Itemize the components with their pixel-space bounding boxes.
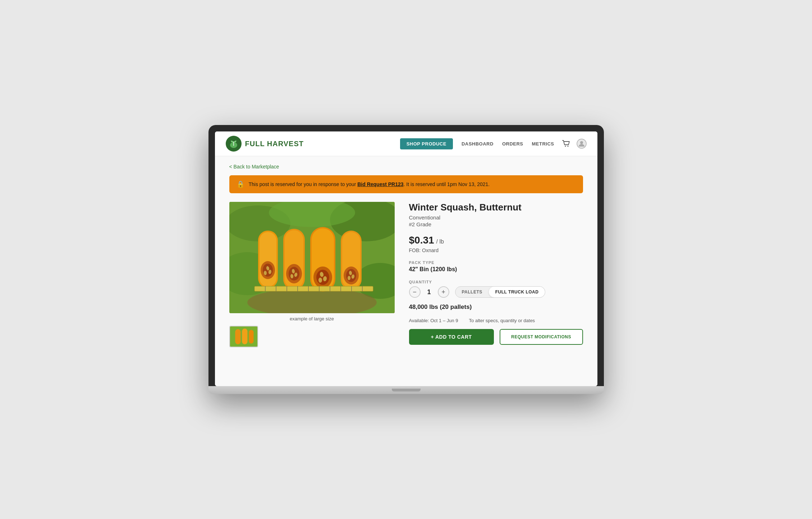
- squash-illustration: [229, 202, 395, 313]
- full-truck-load-option[interactable]: FULL TRUCK LOAD: [489, 287, 545, 297]
- thumbnail-1[interactable]: [229, 326, 258, 347]
- pallets-option[interactable]: PALLETS: [455, 287, 489, 297]
- quantity-display: 48,000 lbs (20 pallets): [409, 303, 583, 311]
- image-caption: example of large size: [229, 316, 395, 321]
- product-info: Winter Squash, Butternut Conventional #2…: [409, 202, 583, 345]
- thumbnail-row: [229, 326, 395, 347]
- add-to-cart-button[interactable]: + ADD TO CART: [409, 329, 494, 345]
- quantity-controls: − 1 + PALLETS FULL TRUCK LOAD: [409, 286, 583, 298]
- modify-hint-text: To alter specs, quantity or dates: [469, 318, 535, 323]
- quantity-label: QUANTITY: [409, 280, 583, 284]
- thumbnail-image-1: [230, 326, 257, 347]
- svg-point-30: [316, 270, 329, 285]
- request-modifications-button[interactable]: REQUEST MODIFICATIONS: [500, 329, 583, 345]
- logo-text: FULL HARVEST: [245, 140, 304, 148]
- svg-rect-41: [254, 286, 373, 291]
- bid-request-link[interactable]: Bid Request PR123: [357, 181, 403, 187]
- cart-button[interactable]: [561, 139, 571, 148]
- price-value: $0.31: [409, 235, 434, 246]
- qty-stepper: − 1 +: [409, 286, 449, 298]
- reserved-banner: 🔒 This post is reserved for you in respo…: [229, 175, 583, 193]
- lock-icon: 🔒: [237, 180, 244, 188]
- svg-rect-54: [235, 329, 240, 344]
- svg-point-2: [565, 146, 566, 147]
- metrics-link[interactable]: METRICS: [532, 141, 554, 147]
- user-button[interactable]: [577, 139, 587, 149]
- fob-location: FOB: Oxnard: [409, 247, 583, 253]
- back-to-marketplace-link[interactable]: < Back to Marketplace: [229, 164, 279, 170]
- laptop-screen: FULL HARVEST SHOP PRODUCE DASHBOARD ORDE…: [215, 131, 597, 386]
- orders-link[interactable]: ORDERS: [502, 141, 523, 147]
- main-product-image: [229, 202, 395, 313]
- svg-rect-56: [249, 330, 253, 344]
- navbar: FULL HARVEST SHOP PRODUCE DASHBOARD ORDE…: [215, 131, 597, 156]
- qty-increase-button[interactable]: +: [438, 286, 449, 298]
- product-images: example of large size: [229, 202, 395, 347]
- svg-point-23: [289, 267, 299, 281]
- svg-rect-55: [242, 329, 247, 344]
- availability-row: Available: Oct 1 – Jun 9 To alter specs,…: [409, 318, 583, 323]
- product-grade: #2 Grade: [409, 221, 583, 227]
- svg-point-40: [348, 276, 350, 280]
- unit-toggle: PALLETS FULL TRUCK LOAD: [455, 286, 546, 298]
- user-icon: [577, 139, 587, 149]
- price-per: / lb: [436, 238, 444, 245]
- cart-icon: [561, 139, 571, 148]
- svg-point-37: [346, 269, 356, 282]
- price-row: $0.31 / lb: [409, 235, 583, 246]
- main-content: < Back to Marketplace 🔒 This post is res…: [215, 156, 597, 386]
- qty-decrease-button[interactable]: −: [409, 286, 421, 298]
- pack-type-label: PACK TYPE: [409, 260, 583, 265]
- laptop-frame: FULL HARVEST SHOP PRODUCE DASHBOARD ORDE…: [208, 125, 604, 394]
- svg-point-3: [567, 146, 568, 147]
- quantity-section: QUANTITY − 1 + PALLETS FULL TRUCK LOAD: [409, 280, 583, 298]
- nav-icons: [561, 139, 587, 149]
- dashboard-link[interactable]: DASHBOARD: [462, 141, 494, 147]
- logo-icon: [226, 136, 242, 152]
- pack-type-value: 42" Bin (1200 lbs): [409, 266, 583, 273]
- banner-text: This post is reserved for you in respons…: [249, 181, 490, 187]
- svg-point-5: [580, 141, 583, 144]
- logo-area: FULL HARVEST: [226, 136, 400, 152]
- laptop-base: [208, 386, 604, 394]
- product-layout: example of large size: [229, 202, 583, 347]
- product-title: Winter Squash, Butternut: [409, 202, 583, 213]
- shop-produce-button[interactable]: SHOP PRODUCE: [400, 138, 453, 149]
- qty-value: 1: [425, 288, 433, 296]
- availability-text: Available: Oct 1 – Jun 9: [409, 318, 458, 323]
- laptop-notch: [392, 389, 421, 391]
- product-type: Conventional: [409, 214, 583, 221]
- nav-links: SHOP PRODUCE DASHBOARD ORDERS METRICS: [400, 138, 554, 149]
- action-buttons: + ADD TO CART REQUEST MODIFICATIONS: [409, 329, 583, 345]
